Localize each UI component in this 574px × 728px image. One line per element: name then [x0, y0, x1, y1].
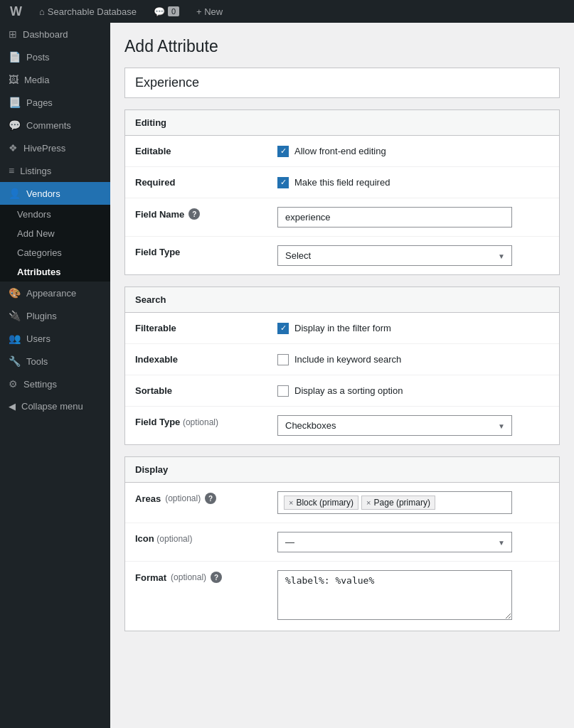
sidebar-item-users[interactable]: 👥 Users	[0, 327, 110, 350]
areas-th: Areas (optional) ?	[125, 483, 267, 523]
display-section-header: Display	[125, 457, 559, 483]
sidebar-item-comments[interactable]: 💬 Comments	[0, 114, 110, 136]
indexable-cell: Include in keyword search	[267, 344, 559, 375]
field-type-select-wrap: Select Text Textarea Checkboxes Radio ▼	[277, 245, 512, 266]
areas-row: Areas (optional) ? × Block (primary)	[125, 483, 559, 523]
collapse-menu-button[interactable]: ◀ Collapse menu	[0, 395, 110, 417]
search-section-header: Search	[125, 287, 559, 313]
field-type-select[interactable]: Select Text Textarea Checkboxes Radio	[277, 245, 512, 266]
comments-link[interactable]: 💬 0	[149, 0, 184, 23]
required-checkbox[interactable]: ✓	[277, 177, 289, 188]
sidebar-label-media: Media	[24, 75, 49, 85]
vendors-submenu: Vendors Add New Categories Attributes	[0, 205, 110, 282]
comments-count: 0	[168, 6, 179, 16]
filterable-label: Filterable	[125, 313, 267, 344]
tag-block-label: Block (primary)	[296, 498, 354, 508]
sidebar: ⊞ Dashboard 📄 Posts 🖼 Media 📃 Pages 💬 Co…	[0, 23, 110, 728]
submenu-add-new[interactable]: Add New	[0, 224, 110, 243]
page-title: Add Attribute	[124, 37, 560, 56]
editable-check-row: ✓ Allow front-end editing	[277, 146, 549, 157]
comments-icon: 💬	[9, 119, 21, 131]
areas-help-icon[interactable]: ?	[205, 493, 216, 504]
required-label: Required	[125, 167, 267, 198]
media-icon: 🖼	[9, 74, 18, 85]
search-field-type-select[interactable]: Checkboxes Select Radio	[277, 415, 512, 436]
sidebar-item-vendors[interactable]: 👤 Vendors	[0, 182, 110, 205]
tools-icon: 🔧	[9, 355, 21, 367]
icon-optional: (optional)	[156, 534, 192, 544]
field-name-help-icon[interactable]: ?	[188, 208, 200, 220]
icon-row: Icon (optional) — ▼	[125, 523, 559, 562]
site-name-link[interactable]: ⌂ Searchable Database	[35, 0, 141, 23]
format-textarea[interactable]	[277, 570, 512, 620]
areas-tags-input[interactable]: × Block (primary) × Page (primary)	[277, 491, 512, 514]
icon-select[interactable]: —	[277, 532, 512, 552]
comment-icon: 💬	[154, 6, 165, 17]
editable-checkbox-label: Allow front-end editing	[294, 146, 386, 156]
sidebar-item-plugins[interactable]: 🔌 Plugins	[0, 304, 110, 327]
sidebar-label-dashboard: Dashboard	[23, 29, 68, 40]
new-content-button[interactable]: + New	[192, 0, 227, 23]
editable-cell: ✓ Allow front-end editing	[267, 136, 559, 167]
collapse-label: Collapse menu	[21, 401, 83, 412]
sidebar-item-posts[interactable]: 📄 Posts	[0, 46, 110, 68]
search-field-type-text: Field Type	[135, 417, 180, 427]
submenu-attributes[interactable]: Attributes	[0, 262, 110, 282]
sidebar-item-tools[interactable]: 🔧 Tools	[0, 350, 110, 373]
field-name-input[interactable]	[277, 207, 512, 228]
sortable-checkbox[interactable]	[277, 385, 289, 397]
sidebar-label-comments: Comments	[26, 120, 71, 131]
tag-x-block-icon[interactable]: ×	[289, 498, 293, 507]
wp-logo-button[interactable]: W	[6, 0, 26, 23]
format-help-icon[interactable]: ?	[211, 572, 222, 583]
search-field-type-optional: (optional)	[183, 417, 218, 427]
dashboard-icon: ⊞	[9, 28, 17, 40]
users-icon: 👥	[9, 333, 21, 344]
areas-label: Areas	[135, 493, 161, 504]
posts-icon: 📄	[9, 51, 21, 63]
sidebar-label-tools: Tools	[26, 356, 48, 367]
search-form-table: Filterable ✓ Display in the filter form …	[125, 313, 559, 444]
top-bar: W ⌂ Searchable Database 💬 0 + New	[0, 0, 574, 23]
format-cell	[267, 562, 559, 631]
checkmark-icon-2: ✓	[280, 178, 287, 187]
attribute-name-input[interactable]	[125, 68, 559, 97]
filterable-cell: ✓ Display in the filter form	[267, 313, 559, 344]
sidebar-item-settings[interactable]: ⚙ Settings	[0, 373, 110, 395]
listings-icon: ≡	[9, 165, 14, 176]
attribute-name-wrapper	[124, 68, 560, 98]
sidebar-item-dashboard[interactable]: ⊞ Dashboard	[0, 23, 110, 46]
field-type-cell: Select Text Textarea Checkboxes Radio ▼	[267, 237, 559, 275]
main-content: Add Attribute Editing Editable ✓ Allow f…	[110, 23, 574, 728]
required-row: Required ✓ Make this field required	[125, 167, 559, 198]
indexable-row: Indexable Include in keyword search	[125, 344, 559, 375]
editable-checkbox[interactable]: ✓	[277, 146, 289, 157]
sortable-row: Sortable Display as a sorting option	[125, 375, 559, 407]
tag-page-primary: × Page (primary)	[361, 496, 435, 510]
areas-cell: × Block (primary) × Page (primary)	[267, 483, 559, 523]
editing-section-header: Editing	[125, 110, 559, 136]
tag-x-page-icon[interactable]: ×	[366, 498, 371, 507]
field-name-cell	[267, 198, 559, 237]
sidebar-label-settings: Settings	[23, 379, 57, 390]
format-label-wrap: Format (optional) ?	[135, 572, 257, 583]
search-field-type-label: Field Type (optional)	[125, 407, 267, 445]
new-label: + New	[196, 6, 223, 17]
sidebar-item-hivepress[interactable]: ❖ HivePress	[0, 136, 110, 159]
sidebar-item-pages[interactable]: 📃 Pages	[0, 91, 110, 114]
sidebar-item-appearance[interactable]: 🎨 Appearance	[0, 282, 110, 304]
vendors-icon: 👤	[9, 188, 21, 199]
filterable-checkbox[interactable]: ✓	[277, 323, 289, 334]
filterable-row: Filterable ✓ Display in the filter form	[125, 313, 559, 344]
site-name-label: Searchable Database	[48, 6, 137, 17]
submenu-categories[interactable]: Categories	[0, 243, 110, 262]
sidebar-label-listings: Listings	[20, 166, 51, 176]
indexable-checkbox[interactable]	[277, 354, 289, 365]
editing-section: Editing Editable ✓ Allow front-end editi…	[124, 109, 560, 275]
submenu-vendors[interactable]: Vendors	[0, 205, 110, 224]
indexable-label: Indexable	[125, 344, 267, 375]
sidebar-item-media[interactable]: 🖼 Media	[0, 68, 110, 91]
icon-label: Icon	[135, 533, 154, 544]
pages-icon: 📃	[9, 97, 21, 108]
sidebar-item-listings[interactable]: ≡ Listings	[0, 159, 110, 182]
